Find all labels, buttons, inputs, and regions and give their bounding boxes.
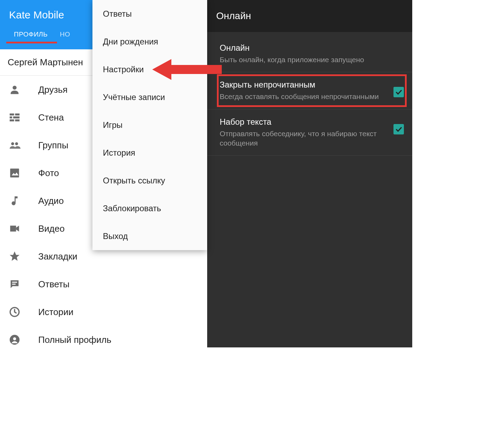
menu-item-block[interactable]: Заблокировать	[92, 195, 207, 222]
nav-item-full-profile[interactable]: Полный профиль	[0, 326, 207, 354]
nav-label: Стена	[38, 112, 64, 123]
nav-label: Видео	[38, 223, 65, 234]
svg-rect-11	[12, 282, 17, 283]
setting-subtitle: Отправлять собеседнику, что я набираю те…	[220, 129, 387, 148]
chat-icon	[8, 277, 22, 291]
setting-title: Закрыть непрочитанным	[220, 80, 387, 90]
menu-item-games[interactable]: Игры	[92, 111, 207, 139]
checkbox-unread[interactable]	[393, 87, 404, 97]
left-panel: Kate Mobile ПРОФИЛЬ НО Сергей Мартынен Д…	[0, 0, 207, 347]
settings-page-title: Онлайн	[207, 0, 412, 32]
svg-rect-6	[15, 120, 19, 122]
wall-icon	[8, 110, 22, 124]
svg-rect-3	[10, 116, 12, 118]
tab-news-partial[interactable]: НО	[60, 31, 82, 42]
setting-item-typing[interactable]: Набор текста Отправлять собеседнику, что…	[207, 109, 412, 156]
setting-subtitle: Быть онлайн, когда приложение запущено	[220, 55, 397, 64]
svg-point-8	[15, 142, 18, 146]
nav-label: Истории	[38, 307, 73, 318]
nav-label: Ответы	[38, 279, 70, 290]
nav-label: Полный профиль	[38, 335, 111, 345]
menu-item-birthdays[interactable]: Дни рождения	[92, 28, 207, 56]
svg-rect-12	[12, 284, 16, 285]
profile-icon	[8, 333, 22, 347]
svg-point-0	[13, 86, 16, 90]
setting-subtitle: Всегда оставлять сообщения непрочитанным…	[220, 92, 387, 101]
checkbox-typing[interactable]	[393, 124, 404, 134]
right-panel: Онлайн Онлайн Быть онлайн, когда приложе…	[207, 0, 412, 347]
person-icon	[8, 83, 22, 97]
setting-item-online[interactable]: Онлайн Быть онлайн, когда приложение зап…	[207, 35, 412, 72]
groups-icon	[8, 138, 22, 152]
svg-point-7	[11, 142, 14, 146]
menu-item-accounts[interactable]: Учётные записи	[92, 83, 207, 111]
music-icon	[8, 194, 22, 208]
star-icon	[8, 249, 22, 263]
menu-item-replies[interactable]: Ответы	[92, 0, 207, 28]
menu-item-history[interactable]: История	[92, 139, 207, 167]
photo-icon	[8, 166, 22, 180]
settings-list: Онлайн Быть онлайн, когда приложение зап…	[207, 32, 412, 156]
setting-title: Набор текста	[220, 117, 387, 127]
nav-label: Аудио	[38, 196, 64, 206]
nav-label: Фото	[38, 168, 59, 179]
svg-rect-5	[10, 120, 14, 122]
overflow-menu: Ответы Дни рождения Настройки Учётные за…	[92, 0, 207, 250]
setting-title: Онлайн	[220, 43, 397, 53]
tab-profile[interactable]: ПРОФИЛЬ	[14, 31, 60, 42]
video-icon	[8, 222, 22, 236]
nav-item-replies[interactable]: Ответы	[0, 270, 207, 298]
menu-item-exit[interactable]: Выход	[92, 222, 207, 250]
menu-item-settings[interactable]: Настройки	[92, 56, 207, 83]
svg-rect-1	[10, 114, 14, 116]
nav-label: Закладки	[38, 251, 78, 262]
setting-item-unread[interactable]: Закрыть непрочитанным Всегда оставлять с…	[207, 72, 412, 109]
nav-label: Друзья	[38, 84, 67, 95]
svg-point-15	[13, 337, 16, 340]
svg-rect-9	[10, 168, 19, 178]
svg-rect-4	[13, 116, 19, 118]
menu-item-open-link[interactable]: Открыть ссылку	[92, 167, 207, 195]
nav-item-stories[interactable]: Истории	[0, 298, 207, 326]
nav-label: Группы	[38, 140, 68, 151]
svg-rect-2	[15, 114, 19, 116]
stories-icon	[8, 305, 22, 319]
